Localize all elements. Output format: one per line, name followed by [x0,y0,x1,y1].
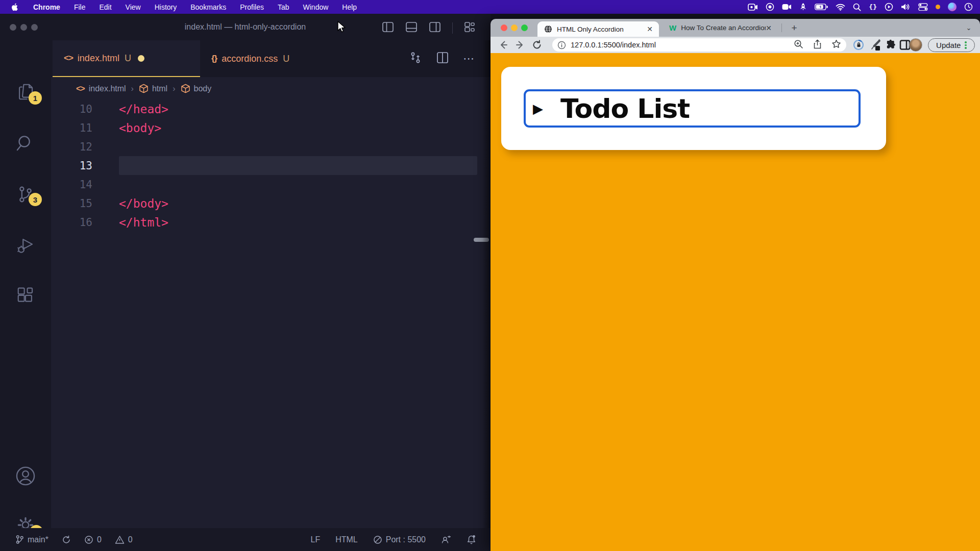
clock-icon[interactable] [964,3,973,11]
chrome-close-button[interactable] [501,24,507,31]
mouse-cursor [336,20,347,36]
forward-button[interactable] [514,39,526,51]
menu-item-tab[interactable]: Tab [278,3,289,11]
recording-indicator-dot [936,5,940,9]
menu-item-history[interactable]: History [155,3,177,11]
breadcrumb-separator: › [173,84,175,93]
back-button[interactable] [498,39,509,51]
compare-changes-icon[interactable] [409,51,422,66]
tab-search-chevron-icon[interactable]: ⌄ [961,19,976,37]
git-branch-indicator[interactable]: main* [15,535,48,544]
menu-item-profiles[interactable]: Profiles [240,3,264,11]
feedback-icon[interactable] [441,535,451,544]
record-icon[interactable] [766,3,774,11]
wifi-icon[interactable] [836,4,845,11]
chrome-menu-dots-icon[interactable] [965,41,967,49]
accordion-marker-icon[interactable]: ▶ [533,102,543,115]
code-editor[interactable]: 10</head> 11<body> 12 13 14 15</body> 16… [51,99,491,232]
breadcrumb-separator: › [131,84,134,93]
tab-label: index.html [78,53,119,64]
battery-icon[interactable] [815,4,828,10]
more-actions-icon[interactable]: ⋯ [463,52,474,65]
share-icon[interactable] [813,39,822,51]
menu-item-edit[interactable]: Edit [99,3,111,11]
breadcrumb-html[interactable]: html [152,84,167,93]
customize-layout-icon[interactable] [464,21,476,35]
tab-divider [781,23,782,32]
chrome-zoom-button[interactable] [521,24,528,31]
tab-label: accordion.css [222,54,278,64]
sidebar-item-source-control[interactable]: 3 [0,185,51,204]
eyedropper-extension-icon[interactable] [869,38,881,52]
account-icon[interactable] [0,465,51,487]
live-server-port-indicator[interactable]: Port : 5500 [373,535,426,544]
reload-button[interactable] [531,39,543,51]
tab-accordion-css[interactable]: {} accordion.css U [200,40,350,77]
profile-avatar[interactable] [909,38,922,52]
macos-menu-bar: Chrome File Edit View History Bookmarks … [0,0,980,14]
sidebar-item-explorer[interactable]: 1 [0,82,51,102]
chrome-minimize-button[interactable] [511,24,518,31]
html-file-icon: <> [64,53,73,63]
control-center-icon[interactable] [918,3,928,11]
breadcrumb-file[interactable]: index.html [89,84,126,93]
menu-item-window[interactable]: Window [303,3,329,11]
accordion-summary[interactable]: ▶ Todo List [524,89,861,128]
apple-icon[interactable] [11,3,19,12]
html-file-icon: <> [76,84,85,93]
errors-indicator[interactable]: 0 [84,535,102,544]
git-status-untracked: U [125,53,131,64]
update-chrome-button[interactable]: Update [928,38,975,52]
sidebar-item-extensions[interactable] [0,286,51,306]
new-tab-button[interactable]: + [787,19,801,37]
breadcrumb[interactable]: <> index.html › html › body [51,77,491,100]
chrome-toolbar: 127.0.0.1:5500/index.html U [491,37,980,53]
screen-record-camera-icon[interactable] [748,4,758,11]
address-bar[interactable]: 127.0.0.1:5500/index.html [552,38,846,52]
braces-status-icon[interactable]: {} [869,3,877,11]
volume-icon[interactable] [901,3,911,11]
toggle-panel-icon[interactable] [405,21,418,35]
vscode-title-bar[interactable]: index.html — html-only-accordion [0,14,491,40]
spotlight-search-icon[interactable] [853,3,861,11]
sidebar-item-search[interactable] [0,134,51,153]
css-file-icon: {} [211,54,217,64]
sync-changes-button[interactable] [62,535,71,544]
titlebar-divider [452,22,453,34]
video-camera-icon[interactable] [782,4,792,10]
extensions-puzzle-icon[interactable] [885,39,897,51]
menu-item-view[interactable]: View [126,3,141,11]
close-tab-icon[interactable]: ✕ [766,24,772,32]
globe-favicon [544,25,552,33]
play-circle-icon[interactable] [885,3,893,11]
rocket-icon[interactable] [799,3,807,11]
url-text[interactable]: 127.0.0.1:5500/index.html [571,41,656,49]
tab-index-html[interactable]: <> index.html U [53,40,200,77]
siri-icon[interactable] [948,3,957,11]
sidebar-item-run-debug[interactable] [0,236,51,255]
toggle-secondary-sidebar-icon[interactable] [429,21,441,35]
accordion-title: Todo List [560,93,690,124]
menu-item-help[interactable]: Help [342,3,357,11]
bookmark-star-icon[interactable] [831,39,841,51]
language-mode-indicator[interactable]: HTML [335,535,358,544]
split-editor-icon[interactable] [436,52,449,66]
tab-title: HTML Only Accordion [557,26,647,33]
menu-item-bookmarks[interactable]: Bookmarks [190,3,226,11]
screentime-lock-icon[interactable] [852,39,865,51]
toggle-sidebar-icon[interactable] [382,21,394,35]
menu-item-file[interactable]: File [74,3,86,11]
accordion-card: ▶ Todo List [501,67,886,150]
warnings-indicator[interactable]: 0 [115,535,133,544]
unsaved-dot-icon[interactable] [138,55,144,62]
vscode-window: index.html — html-only-accordion <> inde… [0,14,491,551]
zoom-icon[interactable] [794,39,803,51]
site-info-icon[interactable] [557,41,566,49]
chrome-tab-inactive[interactable]: W How To Create an Accordion ✕ [663,19,778,37]
chrome-tab-active[interactable]: HTML Only Accordion ✕ [537,21,659,37]
menu-item-chrome[interactable]: Chrome [33,3,60,11]
breadcrumb-body[interactable]: body [194,84,212,93]
notifications-bell-icon[interactable] [467,535,476,544]
eol-indicator[interactable]: LF [310,535,320,544]
close-tab-icon[interactable]: ✕ [647,25,653,33]
